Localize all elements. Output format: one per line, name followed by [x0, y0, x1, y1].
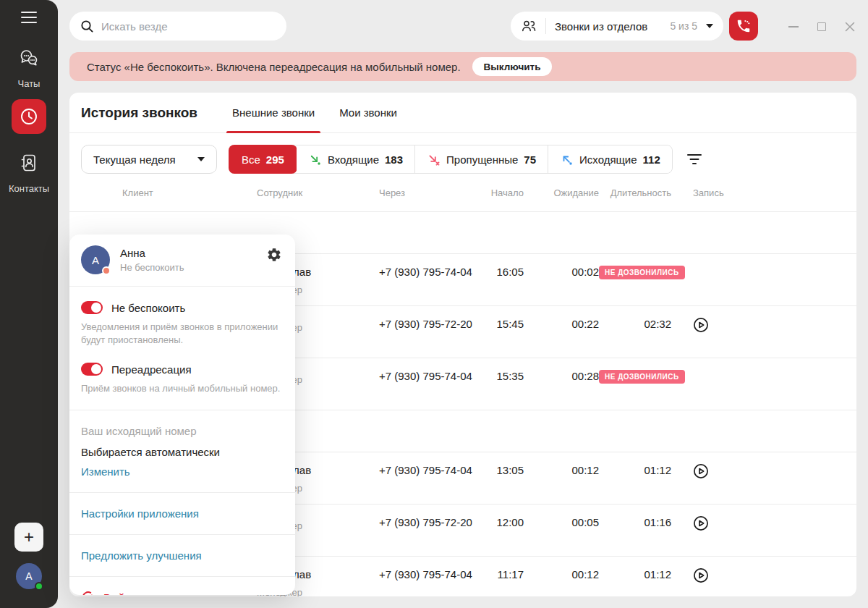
record-cell — [671, 306, 845, 333]
period-select[interactable]: Текущая неделя — [81, 145, 217, 174]
avatar-letter: А — [92, 254, 99, 266]
duration-cell: 01:16 — [599, 504, 671, 530]
wait-cell: 00:02 — [524, 254, 599, 279]
record-cell — [671, 254, 845, 265]
dnd-toggle-description: Уведомления и приём звонков в приложении… — [81, 321, 284, 347]
search-bar — [69, 12, 286, 41]
suggest-improvements-item[interactable]: Предложить улучшения — [69, 535, 295, 577]
duration-cell: НЕ ДОЗВОНИЛИСЬ — [599, 358, 671, 381]
wait-cell: 00:12 — [524, 452, 599, 478]
call-type-filter: Все 295 Входящие 183 — [229, 145, 673, 174]
profile-name: Анна — [120, 247, 184, 259]
search-icon — [80, 19, 94, 33]
column-header: Длительность — [599, 187, 671, 198]
column-header: Ожидание — [524, 187, 599, 198]
logout-button[interactable]: Выйти — [69, 577, 295, 595]
page-title: История звонков — [81, 105, 197, 121]
add-button[interactable]: + — [14, 523, 43, 552]
start-cell: 16:05 — [484, 254, 524, 279]
window-controls — [786, 19, 858, 35]
change-number-link[interactable]: Изменить — [81, 465, 130, 478]
sidebar-item-contacts[interactable]: Контакты — [9, 145, 49, 194]
maximize-button[interactable] — [814, 19, 830, 35]
period-select-value: Текущая неделя — [93, 153, 176, 166]
tab-external-calls[interactable]: Внешние звонки — [226, 93, 320, 133]
dnd-toggle-label: Не беспокоить — [111, 302, 185, 314]
start-cell: 15:35 — [484, 358, 524, 384]
start-cell: 12:00 — [484, 504, 524, 530]
chip-label: Входящие — [328, 153, 379, 166]
filter-icon[interactable] — [686, 152, 703, 166]
contacts-icon — [12, 145, 46, 180]
sidebar-item-chats[interactable]: Чаты — [12, 41, 46, 89]
via-cell: +7 (930) 795-74-04 — [379, 557, 484, 582]
chevron-down-icon — [197, 157, 205, 161]
avatar-letter: А — [25, 570, 32, 582]
record-cell — [671, 452, 845, 479]
banner-disable-button[interactable]: Выключить — [472, 57, 553, 76]
filters-row: Текущая неделя Все 295 Входящие 183 — [81, 145, 845, 174]
department-filter-dropdown[interactable]: Звонки из отделов 5 из 5 — [511, 12, 723, 41]
chip-incoming[interactable]: Входящие 183 — [297, 145, 414, 173]
incoming-call-icon — [308, 153, 322, 166]
user-avatar[interactable]: А — [16, 563, 42, 589]
sidebar-item-label: Контакты — [9, 183, 49, 194]
column-header: Через — [379, 187, 484, 198]
forwarding-toggle[interactable] — [81, 363, 103, 376]
app-settings-link[interactable]: Настройки приложения — [81, 507, 199, 520]
chip-outgoing[interactable]: Исходящие 112 — [548, 145, 672, 173]
department-filter-count: 5 из 5 — [670, 20, 697, 32]
wait-cell: 00:28 — [524, 358, 599, 384]
sidebar-item-call-history[interactable] — [12, 99, 46, 134]
tab-my-calls[interactable]: Мои звонки — [333, 93, 403, 133]
online-status-dot — [35, 582, 43, 591]
dnd-banner: Статус «Не беспокоить». Включена переадр… — [69, 52, 856, 81]
via-cell: +7 (930) 795-74-04 — [379, 452, 484, 478]
outgoing-number-value: Выбирается автоматически — [81, 446, 284, 458]
chip-label: Все — [242, 153, 260, 166]
divider — [545, 18, 546, 34]
play-record-icon[interactable] — [693, 567, 845, 583]
wait-cell: 00:22 — [524, 306, 599, 332]
suggest-improvements-link[interactable]: Предложить улучшения — [81, 549, 202, 562]
chip-missed[interactable]: Пропущенные 75 — [414, 145, 548, 173]
search-input[interactable] — [101, 20, 276, 33]
people-icon — [521, 18, 537, 34]
play-record-icon[interactable] — [693, 463, 845, 479]
via-cell: +7 (930) 795-72-20 — [379, 504, 484, 530]
record-cell — [671, 557, 845, 583]
outgoing-number-section: Ваш исходящий номер Выбирается автоматич… — [69, 410, 295, 493]
via-cell: +7 (930) 795-74-04 — [379, 358, 484, 384]
chevron-down-icon — [706, 24, 713, 28]
start-cell: 13:05 — [484, 452, 524, 478]
app-settings-item[interactable]: Настройки приложения — [69, 493, 295, 535]
chip-all[interactable]: Все 295 — [229, 145, 297, 174]
tabs: Внешние звонки Мои звонки — [226, 93, 416, 133]
department-filter-label: Звонки из отделов — [555, 20, 647, 33]
wait-cell: 00:05 — [524, 504, 599, 530]
logout-label: Выйти — [103, 591, 135, 595]
phone-dial-icon — [736, 18, 752, 34]
column-header: Клиент — [87, 187, 257, 198]
forwarding-toggle-label: Переадресация — [111, 363, 192, 376]
column-header: Сотрудник — [257, 187, 379, 198]
dnd-toggle[interactable] — [81, 301, 103, 314]
new-call-button[interactable] — [729, 12, 758, 41]
outgoing-call-icon — [560, 153, 574, 166]
sidebar-item-label: Чаты — [18, 78, 41, 89]
menu-icon[interactable] — [21, 12, 37, 23]
call-history-icon — [12, 99, 46, 134]
duration-cell: 02:32 — [599, 306, 671, 332]
record-cell — [671, 504, 845, 531]
start-cell: 15:45 — [484, 306, 524, 332]
chip-count: 112 — [643, 153, 660, 166]
gear-icon[interactable] — [265, 245, 284, 264]
play-record-icon[interactable] — [693, 317, 845, 333]
dnd-banner-text: Статус «Не беспокоить». Включена переадр… — [87, 61, 461, 73]
play-record-icon[interactable] — [693, 515, 845, 531]
table-header: Клиент Сотрудник Через Начало Ожидание Д… — [69, 174, 856, 212]
close-button[interactable] — [842, 19, 858, 35]
minimize-button[interactable] — [786, 19, 801, 35]
forwarding-toggle-description: Приём звонков на личный мобильный номер. — [81, 382, 284, 395]
via-cell: +7 (930) 795-74-04 — [379, 254, 484, 279]
